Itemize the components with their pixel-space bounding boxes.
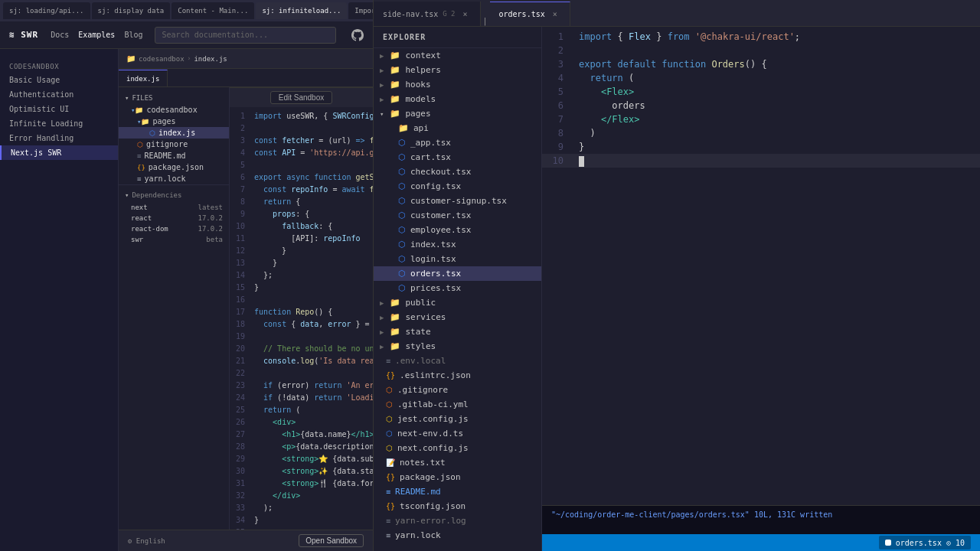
vscode-tabs: side-nav.tsx G 2 × | orders.tsx × (374, 0, 980, 27)
vscode-panel: side-nav.tsx G 2 × | orders.tsx × Explor… (374, 0, 980, 551)
browser-tab-3[interactable]: sj: infiniteload... (256, 2, 347, 19)
open-sandbox-button[interactable]: Open Sandbox (299, 534, 364, 547)
code-line-30: 30 <strong>✨ {data.stargazers_count}</st (230, 465, 373, 478)
browser-tab-0[interactable]: sj: loading/api... (3, 2, 90, 19)
explorer-file-jest-config[interactable]: ⬡ jest.config.js (374, 412, 541, 426)
explorer-file-config[interactable]: ⬡ config.tsx (374, 179, 541, 194)
code-line-32: 32 </div> (230, 490, 373, 502)
sidebar-item-nextjs-swr[interactable]: Next.js SWR (0, 145, 118, 160)
explorer-folder-services[interactable]: ▶ 📁 services (374, 310, 541, 324)
explorer-file-readme[interactable]: ≡ README.md (374, 484, 541, 499)
explorer-file-login[interactable]: ⬡ login.tsx (374, 252, 541, 266)
edit-sandbox-button[interactable]: Edit Sandbox (270, 91, 333, 104)
explorer-file-eslint[interactable]: {} .eslintrc.json (374, 368, 541, 383)
explorer-file-next-config[interactable]: ⬡ next.config.js (374, 441, 541, 455)
dep-next[interactable]: next latest (119, 202, 229, 213)
swr-nav-examples[interactable]: Examples (78, 31, 115, 39)
explorer-file-notes[interactable]: 📝 notes.txt (374, 455, 541, 470)
tab-close-sidenav[interactable]: × (460, 8, 471, 19)
explorer-folder-models[interactable]: ▶ 📁 models (374, 92, 541, 106)
explorer-file-tsconfig[interactable]: {} tsconfig.json (374, 499, 541, 514)
explorer-file-app[interactable]: ⬡ _app.tsx (374, 135, 541, 150)
file-pages[interactable]: ▾📁 pages (119, 116, 229, 127)
sandbox-root: codesandbox (139, 55, 185, 63)
file-tree: ▾ Files ▾📁 codesandbox ▾📁 pages ⬡ (119, 87, 230, 530)
explorer-file-yarn-error[interactable]: ≡ yarn-error.log (374, 514, 541, 528)
file-name: config.tsx (410, 181, 461, 191)
code-line-13: 13 } (230, 257, 373, 269)
file-name: tsconfig.json (400, 501, 466, 511)
explorer-file-checkout[interactable]: ⬡ checkout.tsx (374, 165, 541, 179)
swr-nav-docs[interactable]: Docs (51, 31, 69, 39)
explorer-folder-hooks[interactable]: ▶ 📁 hooks (374, 77, 541, 92)
folder-name: pages (405, 109, 430, 119)
dep-react-dom[interactable]: react-dom 17.0.2 (119, 223, 229, 234)
explorer-file-customer[interactable]: ⬡ customer.tsx (374, 208, 541, 223)
github-icon[interactable] (351, 29, 364, 41)
sidebar-item-infinite-loading[interactable]: Infinite Loading (0, 116, 118, 131)
file-name: employee.tsx (410, 225, 471, 235)
explorer-folder-helpers[interactable]: ▶ 📁 helpers (374, 63, 541, 77)
vscode-tab-sidenav[interactable]: side-nav.tsx G 2 × (374, 2, 481, 26)
file-name: README.md (144, 152, 185, 160)
explorer-folder-pages[interactable]: ▾ 📁 pages (374, 106, 541, 121)
deps-header[interactable]: ▾ Dependencies (119, 188, 229, 202)
file-packagejson[interactable]: {} package.json (119, 161, 229, 173)
explorer-panel: Explorer ▶ 📁 context ▶ 📁 helpers ▶ 📁 (374, 27, 542, 551)
file-name: checkout.tsx (410, 167, 471, 177)
explorer-folder-state[interactable]: ▶ 📁 state (374, 324, 541, 339)
sandbox-content: ▾ Files ▾📁 codesandbox ▾📁 pages ⬡ (119, 87, 373, 530)
file-yarnlock[interactable]: ≡ yarn.lock (119, 173, 229, 184)
explorer-file-customer-signup[interactable]: ⬡ customer-signup.tsx (374, 194, 541, 208)
file-codesandbox[interactable]: ▾📁 codesandbox (119, 104, 229, 116)
browser-tab-2[interactable]: Content - Main... (172, 2, 254, 19)
tab-close-orders[interactable]: × (550, 9, 560, 20)
explorer-file-employee[interactable]: ⬡ employee.tsx (374, 223, 541, 237)
browser-tab-1[interactable]: sj: display data (92, 2, 171, 19)
explorer-file-gitignore[interactable]: ⬡ .gitignore (374, 383, 541, 397)
sidebar-item-basic-usage[interactable]: Basic Usage (0, 73, 118, 87)
explorer-file-gitlab-ci[interactable]: ⬡ .gitlab-ci.yml (374, 397, 541, 412)
code-line-18: 18 const { data, error } = useSWR(API); (230, 318, 373, 331)
explorer-folder-styles[interactable]: ▶ 📁 styles (374, 339, 541, 354)
edit-sandbox-bar: Edit Sandbox (230, 87, 373, 107)
editor-line-10: 10 (542, 154, 980, 168)
vscode-tab-orders[interactable]: orders.tsx × (490, 2, 570, 26)
explorer-file-cart[interactable]: ⬡ cart.tsx (374, 150, 541, 165)
files-section-header[interactable]: ▾ Files (119, 92, 229, 104)
editor-area: 1 import { Flex } from '@chakra-ui/react… (542, 27, 980, 551)
code-line-31: 31 <strong>🍴 {data.forks_count}</strong> (230, 478, 373, 490)
dep-version: 17.0.2 (198, 214, 223, 222)
editor-main[interactable]: 1 import { Flex } from '@chakra-ui/react… (542, 27, 980, 505)
sandbox-tab-index[interactable]: index.js (119, 70, 168, 86)
file-indexjs[interactable]: ⬡ index.js (119, 127, 229, 139)
explorer-file-index[interactable]: ⬡ index.tsx (374, 237, 541, 252)
dep-react[interactable]: react 17.0.2 (119, 213, 229, 223)
explorer-folder-context[interactable]: ▶ 📁 context (374, 48, 541, 63)
explorer-file-package-json[interactable]: {} package.json (374, 470, 541, 484)
explorer-file-prices[interactable]: ⬡ prices.tsx (374, 281, 541, 295)
explorer-file-next-env[interactable]: ⬡ next-env.d.ts (374, 426, 541, 441)
file-gitignore[interactable]: ⬡ gitignore (119, 139, 229, 150)
editor-line-3: 3 export default function Orders() { (542, 57, 980, 71)
status-file-info: orders.tsx ⊙ 10 (879, 536, 971, 549)
explorer-file-orders[interactable]: ⬡ orders.tsx (374, 266, 541, 281)
tsx-icon: ⬡ (398, 269, 406, 279)
browser-tab-4[interactable]: Import css... (348, 2, 373, 19)
swr-search-box[interactable]: Search documentation... (155, 27, 336, 44)
code-line-7: 7 const repoInfo = await fetcher(API); (230, 184, 373, 196)
sidebar-item-optimistic-ui[interactable]: Optimistic UI (0, 102, 118, 116)
explorer-folder-public[interactable]: ▶ 📁 public (374, 295, 541, 310)
code-line-26: 26 <div> (230, 416, 373, 429)
explorer-file-yarn-lock[interactable]: ≡ yarn.lock (374, 528, 541, 543)
dep-version: 17.0.2 (198, 225, 223, 233)
file-readme[interactable]: ≡ README.md (119, 150, 229, 161)
swr-nav-blog[interactable]: Blog (124, 31, 142, 39)
file-name: .gitignore (397, 385, 448, 395)
explorer-file-env-local[interactable]: ≡ .env.local (374, 354, 541, 368)
dep-swr[interactable]: swr beta (119, 234, 229, 245)
sidebar-item-error-handling[interactable]: Error Handling (0, 131, 118, 145)
swr-body: CodeSandbox Basic Usage Authentication O… (0, 49, 373, 551)
explorer-folder-api[interactable]: 📁 api (374, 121, 541, 135)
sidebar-item-authentication[interactable]: Authentication (0, 87, 118, 102)
